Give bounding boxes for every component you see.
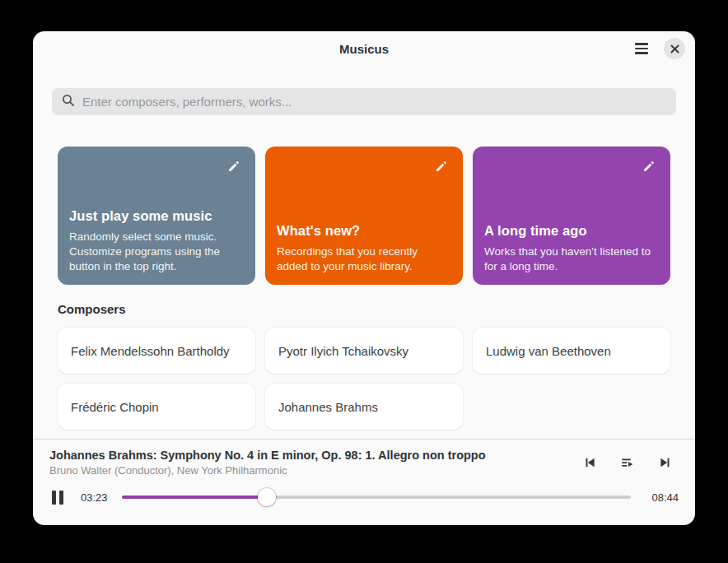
composer-item[interactable]: Felix Mendelssohn Bartholdy <box>58 328 255 374</box>
slider-fill <box>122 496 267 499</box>
edit-pencil-icon[interactable] <box>639 156 659 176</box>
header-actions <box>631 31 685 66</box>
track-title: Johannes Brahms: Symphony No. 4 in E min… <box>49 449 486 462</box>
next-track-icon[interactable] <box>656 453 675 472</box>
program-card-title: A long time ago <box>484 223 659 239</box>
total-duration: 08:44 <box>644 491 679 504</box>
elapsed-time: 03:23 <box>81 491 115 504</box>
window-title: Musicus <box>339 42 389 56</box>
close-icon[interactable] <box>664 38 685 59</box>
program-card-description: Recordings that you recently added to yo… <box>277 244 451 274</box>
composer-item[interactable]: Pyotr Ilyich Tchaikovsky <box>265 328 463 374</box>
program-card-just-play[interactable]: Just play some music Randomly select som… <box>58 147 255 285</box>
slider-handle[interactable] <box>258 488 276 506</box>
composer-item[interactable]: Ludwig van Beethoven <box>473 328 670 374</box>
composers-heading: Composers <box>58 302 670 316</box>
seek-slider[interactable] <box>122 487 631 507</box>
main-content: Just play some music Randomly select som… <box>33 66 695 439</box>
composer-item[interactable]: Johannes Brahms <box>265 384 463 430</box>
edit-pencil-icon[interactable] <box>432 156 451 176</box>
program-card-title: What's new? <box>277 223 451 239</box>
player-buttons <box>580 453 679 472</box>
program-card-long-time-ago[interactable]: A long time ago Works that you haven't l… <box>473 147 670 285</box>
composer-list: Felix Mendelssohn Bartholdy Pyotr Ilyich… <box>58 328 670 430</box>
search-bar[interactable] <box>52 88 676 115</box>
app-window: Musicus Just play some music Rando <box>33 31 695 525</box>
program-card-description: Randomly select some music. Customize pr… <box>69 230 244 274</box>
program-card-title: Just play some music <box>69 208 244 224</box>
program-card-whats-new[interactable]: What's new? Recordings that you recently… <box>265 147 463 285</box>
menu-icon[interactable] <box>631 38 652 59</box>
edit-pencil-icon[interactable] <box>224 156 244 176</box>
composer-item[interactable]: Frédéric Chopin <box>58 384 255 430</box>
pause-icon[interactable] <box>49 487 66 507</box>
playlist-icon[interactable] <box>618 453 637 472</box>
headerbar: Musicus <box>33 31 695 66</box>
player-bar: Johannes Brahms: Symphony No. 4 in E min… <box>33 439 695 525</box>
track-info: Johannes Brahms: Symphony No. 4 in E min… <box>49 449 486 477</box>
track-performers: Bruno Walter (Conductor), New York Philh… <box>49 464 486 477</box>
program-card-description: Works that you haven't listened to for a… <box>484 244 659 274</box>
program-cards: Just play some music Randomly select som… <box>58 147 670 285</box>
search-input[interactable] <box>82 95 666 109</box>
search-icon <box>62 94 75 110</box>
previous-track-icon[interactable] <box>580 453 600 472</box>
